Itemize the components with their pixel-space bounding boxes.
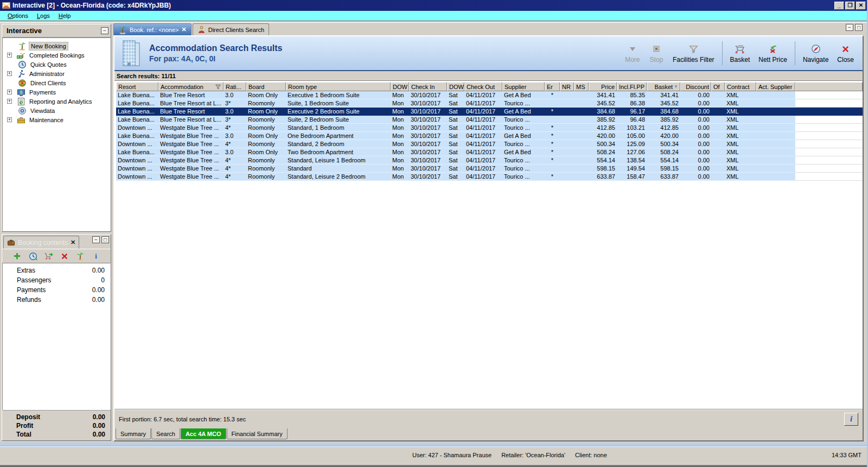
table-row-selected[interactable]: Lake Buena...Blue Tree Resort3.0Room Onl… xyxy=(116,108,863,116)
column-header-rati-[interactable]: Rati... xyxy=(224,82,246,91)
navigate-button[interactable]: Navigate xyxy=(799,42,833,65)
column-header-price[interactable]: Price xyxy=(589,82,617,91)
cell-ms xyxy=(574,148,589,156)
column-header-discount[interactable]: Discount xyxy=(680,82,711,91)
column-header-ms[interactable]: MS xyxy=(574,82,589,91)
table-row[interactable]: Downtown ...Westgate Blue Tree ...4*Room… xyxy=(116,156,863,165)
column-header-resort[interactable]: Resort xyxy=(116,82,158,91)
cell-basket: 341.41 xyxy=(647,91,680,99)
close-button[interactable]: Close xyxy=(833,42,858,65)
table-row[interactable]: Lake Buena...Blue Tree Resort3.0Room Onl… xyxy=(116,91,863,99)
menu-logs[interactable]: Logs xyxy=(33,11,54,20)
table-row[interactable]: Downtown ...Westgate Blue Tree ...4*Room… xyxy=(116,140,863,148)
column-header-label: NR xyxy=(562,84,571,90)
menu-options[interactable]: Options xyxy=(3,11,33,20)
facilities-filter-button[interactable]: Facilities Filter xyxy=(668,42,719,65)
info-button[interactable]: i xyxy=(844,413,858,426)
booking-row-value: 0 xyxy=(101,276,105,284)
table-row[interactable]: Downtown ...Westgate Blue Tree ...4*Room… xyxy=(116,124,863,132)
bottom-tab-financial-summary[interactable]: Financial Summary xyxy=(227,428,288,439)
workarea-maximize-button[interactable]: □ xyxy=(855,24,863,31)
sidebar-item-administrator[interactable]: +Administrator xyxy=(3,69,110,78)
column-header-of[interactable]: Of xyxy=(711,82,725,91)
column-header-dow[interactable]: DOW xyxy=(391,82,409,91)
quote-clock-icon[interactable] xyxy=(28,251,37,261)
column-header-accommodation[interactable]: Accommodation xyxy=(158,82,224,91)
sidebar-item-new-booking[interactable]: New Booking xyxy=(3,41,110,51)
table-row[interactable]: Downtown ...Westgate Blue Tree ...4*Room… xyxy=(116,173,863,181)
minimize-button[interactable]: _ xyxy=(834,2,844,10)
cell-discount: 0.00 xyxy=(680,124,711,132)
column-header-dow[interactable]: DOW xyxy=(447,82,464,91)
column-sort-icon[interactable]: ▼ xyxy=(674,84,678,89)
booking-summary-row[interactable]: Refunds0.00 xyxy=(3,295,110,305)
bottom-tab-summary[interactable]: Summary xyxy=(116,428,151,439)
info-icon[interactable]: i xyxy=(91,251,100,261)
cell-accommodation: Westgate Blue Tree ... xyxy=(158,140,224,148)
sidebar-item-quick-quotes[interactable]: Quick Quotes xyxy=(3,60,110,69)
tree-expander-icon[interactable]: + xyxy=(7,53,12,58)
tab-direct-clients-search[interactable]: Direct Clients Search xyxy=(193,23,269,35)
sidebar-item-payments[interactable]: +$Payments xyxy=(3,87,110,97)
cell-board: Roomonly xyxy=(246,124,286,132)
column-filter-icon[interactable] xyxy=(215,84,221,90)
column-header-room-type[interactable]: Room type xyxy=(286,82,391,91)
tree-expander-icon[interactable]: + xyxy=(7,117,12,122)
column-header-check-in[interactable]: Check In xyxy=(409,82,447,91)
column-header-nr[interactable]: NR xyxy=(560,82,574,91)
column-header-incl-fl-pp[interactable]: Incl.Fl.PP xyxy=(617,82,647,91)
palm-icon[interactable] xyxy=(75,251,85,261)
column-header-supplier[interactable]: Supplier xyxy=(502,82,545,91)
table-row[interactable]: Lake Buena...Blue Tree Resort at L...3*R… xyxy=(116,99,863,108)
delete-icon[interactable] xyxy=(60,251,69,261)
cell-dow: Sat xyxy=(447,91,464,99)
column-header-contract[interactable]: Contract xyxy=(725,82,756,91)
tree-expander-icon[interactable]: + xyxy=(7,90,12,94)
cell-resort: Downtown ... xyxy=(116,156,158,165)
column-header-basket[interactable]: Basket▼ xyxy=(647,82,680,91)
sidebar-item-direct-clients[interactable]: Direct Clients xyxy=(3,78,110,87)
tab-close-icon[interactable]: ✕ xyxy=(182,26,187,33)
sidebar-item-viewdata[interactable]: Viewdata xyxy=(3,106,110,115)
sidebar-item-reporting-and-analytics[interactable]: +Reporting and Analytics xyxy=(3,97,110,106)
booking-summary-row[interactable]: Passengers0 xyxy=(3,275,110,285)
restore-button[interactable]: ❐ xyxy=(845,2,855,10)
sidebar-item-completed-bookings[interactable]: +Completed Bookings xyxy=(3,51,110,60)
table-row[interactable]: Lake Buena...Westgate Blue Tree ...3.0Ro… xyxy=(116,148,863,156)
table-row[interactable]: Lake Buena...Blue Tree Resort at L...3*R… xyxy=(116,116,863,124)
cell-basket: 412.85 xyxy=(647,124,680,132)
column-header-check-out[interactable]: Check Out xyxy=(464,82,502,91)
nett-price-button[interactable]: Nett Price xyxy=(754,42,792,65)
basket-button[interactable]: Basket xyxy=(726,42,755,65)
booking-minimize-button[interactable]: − xyxy=(92,236,100,243)
cell-filler xyxy=(795,173,863,181)
column-header-er[interactable]: Er xyxy=(545,82,560,91)
bottom-tab-acc-4a-mco[interactable]: Acc 4A MCO xyxy=(181,428,226,439)
sidebar-item-maintenance[interactable]: +Maintenance xyxy=(3,115,110,124)
booking-maximize-button[interactable]: □ xyxy=(101,236,109,243)
cart-go-icon[interactable] xyxy=(44,251,53,261)
cell-er: * xyxy=(545,132,560,140)
workarea-minimize-button[interactable]: − xyxy=(846,24,853,31)
column-header-board[interactable]: Board xyxy=(246,82,286,91)
booking-contents-close-icon[interactable]: ✕ xyxy=(71,239,75,246)
column-header-label: Er xyxy=(547,84,553,90)
tab-book-ref-none-[interactable]: Book. ref.: <none>✕ xyxy=(113,23,192,35)
bottom-tab-label: Acc 4A MCO xyxy=(186,431,221,437)
tree-expander-icon[interactable]: + xyxy=(7,71,12,76)
booking-summary-row[interactable]: Payments0.00 xyxy=(3,285,110,295)
table-row[interactable]: Downtown ...Westgate Blue Tree ...4*Room… xyxy=(116,165,863,173)
booking-contents-tab[interactable]: Booking contents ✕ xyxy=(3,236,79,249)
add-icon[interactable] xyxy=(12,251,22,261)
collapse-panel-button[interactable]: − xyxy=(101,27,108,34)
tree-expander-icon[interactable]: + xyxy=(7,99,12,104)
cell-nr xyxy=(560,165,574,173)
bottom-tab-search[interactable]: Search xyxy=(151,428,180,439)
cell-check-in: 30/10/2017 xyxy=(409,165,447,173)
menu-help[interactable]: Help xyxy=(54,11,75,20)
booking-summary-row[interactable]: Extras0.00 xyxy=(3,266,110,275)
table-row[interactable]: Lake Buena...Westgate Blue Tree ...3.0Ro… xyxy=(116,132,863,140)
column-header-act-supplier[interactable]: Act. Supplier xyxy=(756,82,795,91)
close-window-button[interactable]: ✕ xyxy=(856,2,866,10)
column-header-filler xyxy=(795,82,863,91)
